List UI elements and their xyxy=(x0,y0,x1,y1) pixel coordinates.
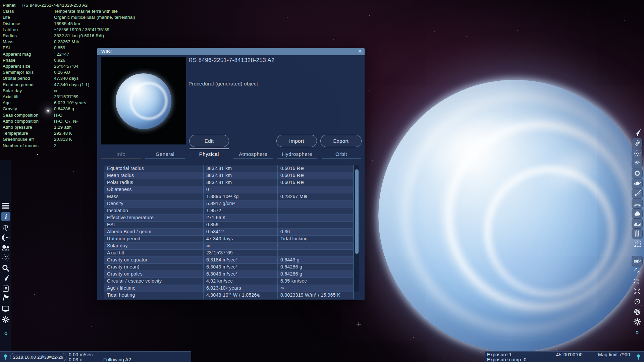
table-row: ESI0.859 xyxy=(104,222,353,229)
aurora-icon[interactable] xyxy=(632,229,642,239)
info-label: Number of moons xyxy=(3,143,54,149)
info-label: Apparent mag xyxy=(3,51,54,57)
table-cell: Axial tilt xyxy=(104,250,204,256)
scrollbar-thumb[interactable] xyxy=(355,169,359,254)
info-row: Lat/Lon−18°56'19″09 / 35°41'35″39 xyxy=(3,27,135,33)
info-row: Distance16985.45 km xyxy=(3,21,135,27)
table-row: Mean radius3832.81 km0.6016 R⊕ xyxy=(104,172,353,179)
table-cell: 0.36 xyxy=(278,229,353,235)
tab-orbit[interactable]: Orbit xyxy=(321,148,362,160)
planet-render[interactable] xyxy=(378,80,644,352)
table-cell: 6.95 km/sec xyxy=(278,278,353,285)
tab-hydrosphere[interactable]: Hydrosphere xyxy=(277,148,317,160)
constellations-icon[interactable]: Cas xyxy=(632,239,642,249)
system-browser-icon[interactable] xyxy=(1,243,10,252)
pin-icon[interactable] xyxy=(2,353,9,362)
object-thumbnail xyxy=(101,57,186,144)
table-row: Gravity on poles6.3043 m/sec²0.64286 g xyxy=(104,271,353,278)
wiki-titlebar[interactable]: WIKI ✕ xyxy=(97,48,365,55)
search-icon[interactable] xyxy=(1,264,10,273)
star-browser-icon[interactable] xyxy=(1,253,10,262)
following-status: Following A2 xyxy=(103,357,131,362)
planetary-systems-icon[interactable] xyxy=(632,256,642,266)
crosshair-cursor xyxy=(357,322,361,326)
orrery-icon[interactable] xyxy=(1,223,10,232)
table-cell: Effective temperature xyxy=(104,215,204,221)
info-value: 20.813 K xyxy=(54,137,72,142)
info-value: 47.340 days xyxy=(54,76,79,81)
info-label: Lat/Lon xyxy=(3,27,54,33)
table-row: Oblateness0 xyxy=(104,186,353,193)
atmosphere-icon[interactable] xyxy=(632,198,642,208)
info-label: Semimajor axis xyxy=(3,69,54,75)
info-icon[interactable]: i xyxy=(1,212,10,221)
table-row: Axial tilt23°15'37″69 xyxy=(104,250,353,257)
display-settings-icon[interactable] xyxy=(1,304,10,313)
wiki-window: WIKI ✕ RS 8496-2251-7-841328-253 A2 Proc… xyxy=(97,48,365,300)
clouds-icon[interactable] xyxy=(632,208,642,219)
info-label: Greenhouse eff xyxy=(3,136,54,142)
info-label: Orbital period xyxy=(3,75,54,81)
export-button[interactable]: Export xyxy=(320,135,362,147)
poi-flag-icon[interactable] xyxy=(1,294,10,303)
datetime-field[interactable]: 2518.10.08 23ʰ38ᵐ22ˢ29 xyxy=(10,353,66,361)
menu-icon[interactable] xyxy=(1,201,10,210)
fov-value: 45°00'00″00 xyxy=(556,352,583,357)
eclipse-finder-icon[interactable] xyxy=(1,233,10,242)
table-cell: 6.3184 m/sec² xyxy=(204,257,278,263)
nebulae-icon[interactable] xyxy=(632,168,642,178)
orbit-marker-icon[interactable] xyxy=(632,297,642,307)
galaxies-icon[interactable] xyxy=(632,138,642,148)
info-value: 16985.45 km xyxy=(54,21,80,26)
info-value: 0.23267 M⊕ xyxy=(54,39,79,44)
table-cell: 23°15'37″69 xyxy=(204,250,278,256)
table-cell: 3832.81 km xyxy=(204,172,278,179)
tab-info[interactable]: Info xyxy=(101,148,141,160)
flight-sim-icon[interactable] xyxy=(1,274,10,283)
journal-icon[interactable] xyxy=(1,284,10,293)
info-value: 0.64286 g xyxy=(54,106,74,111)
tab-atmosphere[interactable]: Atmosphere xyxy=(233,148,273,160)
planets-icon[interactable] xyxy=(632,178,642,188)
info-label: Class xyxy=(3,8,54,14)
table-cell xyxy=(278,222,353,228)
object-name: RS 8496-2251-7-841328-253 A2 xyxy=(22,3,88,8)
status-ring-icon[interactable] xyxy=(632,327,642,337)
tab-general[interactable]: General xyxy=(145,148,185,160)
object-labels-icon[interactable]: RSRS xyxy=(632,276,642,286)
table-cell: 6.3043 m/sec² xyxy=(204,264,278,270)
stars-icon[interactable] xyxy=(632,148,642,158)
svg-text:RS: RS xyxy=(636,282,639,284)
comets-icon[interactable] xyxy=(632,188,642,198)
table-cell: 47.340 days xyxy=(204,236,278,242)
spacecraft-icon[interactable] xyxy=(632,128,642,138)
coordinate-grid-icon[interactable] xyxy=(632,307,642,317)
table-cell: 0.23267 M⊕ xyxy=(278,193,353,200)
info-value: Organic multicellular (marine, terrestri… xyxy=(54,15,135,20)
info-value: −22ᵐ47 xyxy=(54,52,69,57)
asterisms-icon[interactable] xyxy=(632,266,642,276)
table-row: Density5.8917 g/cm³ xyxy=(104,200,353,207)
table-cell: Age / lifetime xyxy=(104,285,204,292)
edit-button[interactable]: Edit xyxy=(189,135,229,147)
info-label: Phase xyxy=(3,57,54,63)
selection-markers-icon[interactable] xyxy=(632,286,642,296)
settings-gear-icon[interactable] xyxy=(1,315,10,324)
table-cell: 0.53412 xyxy=(204,229,278,235)
table-row: Solar day∞ xyxy=(104,243,353,250)
water-icon[interactable] xyxy=(632,219,642,229)
info-label: Temperature xyxy=(3,130,54,136)
table-row: Circular / escape velocity4.92 km/sec6.9… xyxy=(104,278,353,285)
table-cell: 3832.81 km xyxy=(204,165,278,172)
import-button[interactable]: Import xyxy=(276,135,317,147)
physical-data-table: Equatorial radius3832.81 km0.6016 R⊕Mean… xyxy=(104,165,354,299)
pin-icon[interactable] xyxy=(635,353,642,362)
table-cell: Gravity on equator xyxy=(104,257,204,263)
status-ring-icon[interactable] xyxy=(1,329,10,338)
scrollbar[interactable] xyxy=(354,165,359,292)
close-icon[interactable]: ✕ xyxy=(358,49,362,54)
tab-physical[interactable]: Physical xyxy=(189,148,229,160)
star-clusters-icon[interactable] xyxy=(632,158,642,168)
settings-gear-icon[interactable] xyxy=(632,317,642,327)
table-row: Gravity on equator6.3184 m/sec²0.6443 g xyxy=(104,257,353,264)
